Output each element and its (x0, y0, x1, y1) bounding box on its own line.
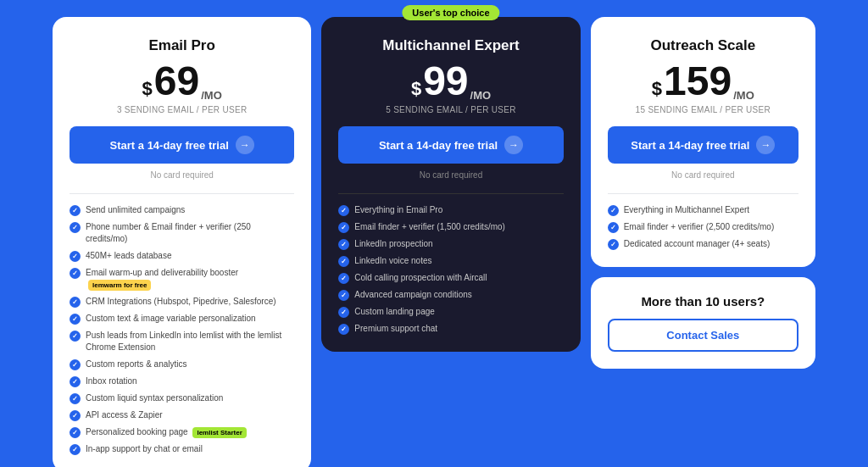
list-item: Everything in Multichannel Expert (608, 204, 798, 216)
check-icon (70, 331, 81, 342)
email-pro-no-card: No card required (70, 170, 294, 180)
multichannel-price-row: $ 99 /MO (338, 61, 563, 102)
check-icon (338, 239, 349, 250)
multichannel-cta-label: Start a 14-day free trial (379, 139, 498, 152)
list-item: API access & Zapier (70, 409, 294, 421)
email-pro-cta-button[interactable]: Start a 14-day free trial → (70, 126, 294, 164)
multichannel-subtitle: 5 SENDING EMAIL / Per user (338, 105, 563, 114)
list-item: Premium support chat (338, 323, 563, 335)
list-item: Push leads from LinkedIn into lemlist wi… (70, 330, 294, 353)
outreach-price: 159 (664, 61, 732, 102)
check-icon (70, 359, 81, 370)
list-item: Send unlimited campaigns (70, 204, 294, 216)
outreach-cta-arrow: → (756, 136, 775, 154)
email-pro-card: Email Pro $ 69 /MO 3 SENDING EMAIL / Per… (53, 17, 311, 467)
multichannel-expert-card: User's top choice Multichannel Expert $ … (321, 17, 580, 352)
email-pro-cta-arrow: → (236, 136, 254, 154)
list-item: Personalized booking page lemlist Starte… (70, 426, 294, 438)
check-icon (70, 427, 81, 438)
email-pro-price-row: $ 69 /MO (70, 61, 294, 102)
more-users-title: More than 10 users? (608, 294, 798, 309)
check-icon (338, 256, 349, 267)
check-icon (70, 410, 81, 421)
outreach-dollar: $ (652, 78, 662, 100)
top-choice-badge: User's top choice (402, 5, 499, 20)
multichannel-mo: /MO (470, 89, 492, 102)
check-icon (70, 297, 81, 308)
email-pro-cta-label: Start a 14-day free trial (110, 139, 229, 152)
list-item: LinkedIn voice notes (338, 255, 563, 267)
check-icon (608, 205, 619, 216)
list-item: Email finder + verifier (1,500 credits/m… (338, 221, 563, 233)
list-item: Dedicated account manager (4+ seats) (608, 238, 798, 250)
email-pro-mo: /MO (201, 89, 222, 102)
list-item: Phone number & Email finder + verifier (… (70, 221, 294, 245)
more-users-card: More than 10 users? Contact Sales (591, 277, 815, 369)
check-icon (338, 205, 349, 216)
check-icon (338, 222, 349, 233)
multichannel-price: 99 (423, 61, 468, 102)
email-pro-price: 69 (154, 61, 199, 102)
email-pro-feature-list: Send unlimited campaigns Phone number & … (70, 204, 294, 455)
check-icon (608, 222, 619, 233)
outreach-cta-button[interactable]: Start a 14-day free trial → (608, 126, 798, 164)
list-item: Custom landing page (338, 306, 563, 318)
multichannel-no-card: No card required (338, 170, 563, 180)
list-item: LinkedIn prospection (338, 238, 563, 250)
check-icon (70, 251, 81, 262)
list-item: Everything in Email Pro (338, 204, 563, 216)
outreach-feature-list: Everything in Multichannel Expert Email … (608, 204, 798, 250)
multichannel-dollar: $ (411, 78, 421, 100)
list-item: Email finder + verifier (2,500 credits/m… (608, 221, 798, 233)
check-icon (70, 268, 81, 279)
outreach-price-row: $ 159 /MO (608, 61, 798, 102)
outreach-scale-card: Outreach Scale $ 159 /MO 15 SENDING EMAI… (591, 17, 815, 267)
email-pro-plan-name: Email Pro (70, 37, 294, 54)
list-item: CRM Integrations (Hubspot, Pipedrive, Sa… (70, 296, 294, 308)
multichannel-plan-name: Multichannel Expert (338, 37, 563, 54)
list-item: Custom text & image variable personaliza… (70, 313, 294, 325)
check-icon (338, 273, 349, 284)
check-icon (70, 376, 81, 387)
email-pro-subtitle: 3 SENDING EMAIL / Per user (70, 105, 294, 114)
list-item: Advanced campaign conditions (338, 289, 563, 301)
list-item: Custom liquid syntax personalization (70, 392, 294, 404)
multichannel-feature-list: Everything in Email Pro Email finder + v… (338, 204, 563, 335)
check-icon (70, 222, 81, 233)
list-item: In-app support by chat or email (70, 443, 294, 455)
check-icon (70, 314, 81, 325)
list-item: Custom reports & analytics (70, 359, 294, 370)
multichannel-cta-arrow: → (504, 136, 523, 154)
check-icon (338, 307, 349, 318)
list-item: Cold calling prospection with Aircall (338, 272, 563, 284)
check-icon (338, 290, 349, 301)
outreach-divider (608, 193, 798, 194)
multichannel-cta-button[interactable]: Start a 14-day free trial → (338, 126, 563, 164)
outreach-mo: /MO (733, 89, 754, 102)
lemwarm-badge: lemwarm for free (88, 280, 151, 291)
outreach-no-card: No card required (608, 170, 798, 180)
outreach-subtitle: 15 SENDING EMAIL / Per user (608, 105, 798, 114)
check-icon (70, 393, 81, 404)
check-icon (70, 444, 81, 455)
email-pro-dollar: $ (142, 78, 153, 100)
list-item: 450M+ leads database (70, 250, 294, 262)
contact-sales-button[interactable]: Contact Sales (608, 319, 798, 352)
list-item: Inbox rotation (70, 375, 294, 387)
list-item: Email warm-up and deliverability booster… (70, 267, 294, 291)
right-column: Outreach Scale $ 159 /MO 15 SENDING EMAI… (591, 17, 815, 369)
pricing-container: Email Pro $ 69 /MO 3 SENDING EMAIL / Per… (53, 17, 815, 467)
starter-badge: lemlist Starter (192, 427, 246, 438)
multichannel-divider (338, 193, 563, 194)
check-icon (70, 205, 81, 216)
check-icon (608, 239, 619, 250)
check-icon (338, 324, 349, 335)
email-pro-divider (70, 193, 294, 194)
outreach-cta-label: Start a 14-day free trial (631, 139, 749, 152)
outreach-plan-name: Outreach Scale (608, 37, 798, 54)
